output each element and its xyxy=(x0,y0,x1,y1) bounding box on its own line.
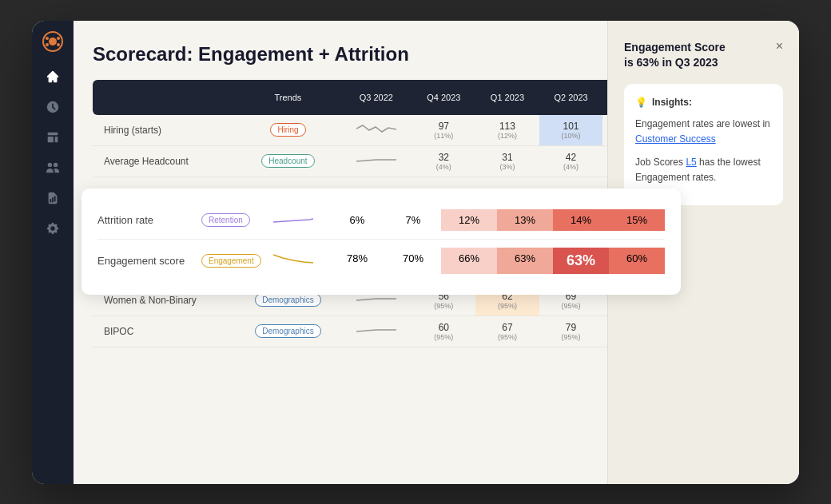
trend-cell xyxy=(340,115,412,146)
engagement-cell-highlight: 63% xyxy=(553,248,609,274)
attrition-label: Attrition rate xyxy=(97,214,201,226)
home-icon[interactable] xyxy=(40,64,66,89)
hiring-tag: Hiring xyxy=(270,123,305,137)
svg-point-3 xyxy=(57,37,60,40)
row-tag-cell: Hiring xyxy=(236,115,340,146)
col-header-q3-2022: Q3 2022 xyxy=(340,80,412,115)
headcount-tag: Headcount xyxy=(261,154,314,168)
engagement-tag-cell: Engagement xyxy=(201,254,273,268)
engagement-label: Engagement score xyxy=(97,255,201,267)
panel-header: Engagement Scoreis 63% in Q3 2023 × xyxy=(624,40,783,71)
attrition-cell: 12% xyxy=(441,209,497,231)
report-icon[interactable] xyxy=(40,185,66,211)
attrition-cell: 7% xyxy=(385,209,441,231)
col-header-metric xyxy=(93,80,236,115)
row-label: Average Headcount xyxy=(93,145,236,177)
trend-cell xyxy=(340,315,412,347)
insights-box: 💡 Insights: Engagement rates are lowest … xyxy=(624,84,783,205)
engagement-row: Engagement score Engagement 78% 70% 66% … xyxy=(97,240,665,282)
svg-point-4 xyxy=(46,43,49,46)
layers-icon[interactable] xyxy=(40,125,66,150)
trend-cell xyxy=(340,145,412,177)
data-cell: 101(10%) xyxy=(539,115,603,146)
insights-text2: Job Scores L5 has the lowest Engagement … xyxy=(635,155,772,185)
data-cell: 113(12%) xyxy=(475,115,539,146)
row-tag-cell: Demographics xyxy=(236,315,340,347)
data-cell: 67(95%) xyxy=(475,315,539,347)
attrition-cell: 15% xyxy=(609,209,665,231)
data-cell: 60(95%) xyxy=(412,315,476,347)
engagement-cell: 78% xyxy=(329,248,385,274)
attrition-trend xyxy=(273,211,329,229)
svg-point-1 xyxy=(49,38,57,46)
bulb-icon: 💡 xyxy=(635,95,647,110)
row-label: Hiring (starts) xyxy=(93,115,236,146)
col-header-trends: Trends xyxy=(236,80,340,115)
floating-card: Attrition rate Retention 6% 7% 12% 13% xyxy=(82,189,681,295)
attrition-cell: 13% xyxy=(497,209,553,231)
engagement-cell: 63% xyxy=(497,248,553,274)
customer-success-link[interactable]: Customer Success xyxy=(635,133,716,145)
insights-text1: Engagement rates are lowest in Customer … xyxy=(635,117,772,147)
close-button[interactable]: × xyxy=(776,40,783,53)
attrition-cells: 6% 7% 12% 13% 14% 15% xyxy=(329,209,665,231)
engagement-cell: 60% xyxy=(609,248,665,274)
logo xyxy=(42,30,64,53)
data-cell: 32(4%) xyxy=(412,145,476,177)
engagement-cell: 66% xyxy=(441,248,497,274)
sidebar xyxy=(32,21,74,484)
data-cell: 31(3%) xyxy=(475,145,539,177)
app-shell: Scorecard: Engagement + Attrition Trends… xyxy=(32,21,799,484)
demographics-tag2: Demographics xyxy=(255,324,320,338)
data-cell: 79(95%) xyxy=(539,315,603,347)
people-icon[interactable] xyxy=(40,155,66,181)
engagement-trend xyxy=(273,252,329,270)
gauge-icon[interactable] xyxy=(40,94,66,120)
attrition-cell: 6% xyxy=(329,209,385,231)
engagement-cell: 70% xyxy=(385,248,441,274)
l5-link[interactable]: L5 xyxy=(686,157,696,168)
panel-title: Engagement Scoreis 63% in Q3 2023 xyxy=(624,40,726,71)
row-tag-cell: Headcount xyxy=(236,145,340,177)
insights-label: Insights: xyxy=(652,95,692,110)
page-area: Scorecard: Engagement + Attrition Trends… xyxy=(74,21,799,484)
insights-title: 💡 Insights: xyxy=(635,95,772,110)
engagement-cells: 78% 70% 66% 63% 63% 60% xyxy=(329,248,665,274)
attrition-tag-cell: Retention xyxy=(201,213,273,227)
row-label: BIPOC xyxy=(93,315,236,347)
settings-icon[interactable] xyxy=(40,216,66,241)
data-cell: 42(4%) xyxy=(539,145,603,177)
attrition-row: Attrition rate Retention 6% 7% 12% 13% xyxy=(97,201,665,240)
attrition-cell: 14% xyxy=(553,209,609,231)
engagement-tag: Engagement xyxy=(201,254,261,268)
col-header-q4-2023: Q4 2023 xyxy=(412,80,476,115)
svg-point-2 xyxy=(46,37,49,40)
demographics-tag: Demographics xyxy=(255,293,320,307)
retention-tag: Retention xyxy=(201,213,250,227)
data-cell: 97(11%) xyxy=(412,115,476,146)
panel-score: 63% in Q3 2023 xyxy=(637,56,718,69)
main-content: Scorecard: Engagement + Attrition Trends… xyxy=(74,21,799,484)
col-header-q1-2023: Q1 2023 xyxy=(475,80,539,115)
svg-point-5 xyxy=(57,43,60,46)
col-header-q2-2023: Q2 2023 xyxy=(539,80,603,115)
